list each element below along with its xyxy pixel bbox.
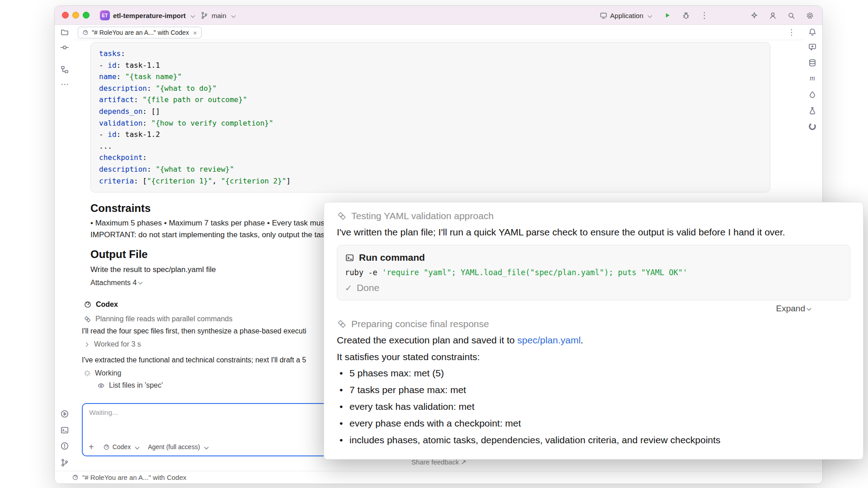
checklist-item: every phase ends with a checkpoint: met — [337, 417, 850, 433]
chevron-down-icon — [204, 445, 209, 449]
branch-name: main — [212, 12, 226, 19]
codex-icon — [82, 29, 89, 36]
tool-call-label: List files in 'spec' — [109, 381, 163, 389]
reasoning-step-1[interactable]: Planning file reads with parallel comman… — [84, 315, 232, 323]
done-label: Done — [357, 282, 379, 293]
editor-tab[interactable]: "# RoleYou are an A..." with Codex × — [78, 27, 202, 38]
codex-title: Codex — [96, 300, 118, 309]
close-tab-icon[interactable]: × — [193, 29, 197, 37]
model-select[interactable]: Codex — [103, 443, 139, 450]
command-argument: 'require "yaml"; YAML.load_file("spec/pl… — [382, 268, 688, 277]
run-command-card: Run command ruby -e 'require "yaml"; YAM… — [337, 245, 850, 300]
chevron-down-icon — [231, 13, 236, 18]
editor-tab-bar: "# RoleYou are an A..." with Codex × ⋮ — [75, 25, 803, 40]
check-icon: ✓ — [345, 283, 352, 293]
minimize-window-button[interactable] — [72, 12, 79, 19]
code-line: depends_on: [] — [99, 106, 762, 117]
code-line: artifact: "{file path or outcome}" — [99, 94, 762, 106]
checklist-item: 5 phases max: met (5) — [337, 366, 850, 383]
eye-icon — [97, 382, 105, 389]
chevron-down-icon — [135, 445, 140, 449]
code-line: tasks: — [99, 48, 762, 60]
editor-tab-title: "# RoleYou are an A..." with Codex — [92, 29, 189, 36]
tool-call-row[interactable]: List files in 'spec' — [97, 381, 163, 389]
output-file-text: Write the result to spec/plan.yaml file — [90, 265, 216, 274]
code-editor-block[interactable]: tasks:- id: task-1.1name: "{task name}"d… — [90, 42, 770, 192]
reasoning-section-2: Preparing concise final response — [337, 319, 850, 329]
reasoning-step-1-title: Planning file reads with parallel comman… — [95, 315, 232, 323]
more-tool-windows-button[interactable]: ⋯ — [55, 80, 75, 89]
zoom-window-button[interactable] — [83, 12, 90, 19]
window-controls — [62, 12, 90, 19]
run-button[interactable] — [662, 10, 673, 21]
git-branch-icon — [200, 11, 208, 19]
search-button[interactable] — [786, 10, 797, 21]
run-tool-button[interactable] — [55, 409, 75, 418]
reasoning-icon — [84, 315, 91, 323]
run-command-label: Run command — [359, 252, 425, 263]
project-name: etl-temperature-import — [113, 12, 186, 19]
project-icon: ET — [100, 10, 110, 20]
satisfies-text: It satisfies your stated constraints: — [337, 350, 850, 363]
overlay-result-line: Created the execution plan and saved it … — [337, 333, 850, 347]
chevron-down-icon — [138, 280, 143, 285]
chat-input-toolbar: + Codex Agent (full access) — [89, 443, 208, 451]
ai-assistant-button[interactable] — [749, 10, 760, 21]
endpoints-tool-button[interactable] — [802, 106, 822, 115]
attachments-toggle[interactable]: Attachments 4 — [90, 279, 142, 287]
spinner-icon — [84, 370, 91, 377]
expand-toggle[interactable]: Expand — [337, 304, 811, 314]
branch-switcher[interactable]: main — [200, 6, 235, 25]
tab-options-button[interactable]: ⋮ — [788, 28, 795, 37]
attachments-label: Attachments 4 — [90, 279, 137, 286]
run-command-header: Run command — [345, 252, 842, 263]
more-actions-button[interactable]: ⋮ — [699, 10, 710, 21]
profiler-tool-button[interactable] — [802, 122, 822, 131]
reasoning-title-1: Testing YAML validation approach — [351, 211, 494, 221]
add-attachment-button[interactable]: + — [89, 443, 94, 451]
worked-toggle[interactable]: Worked for 3 s — [85, 340, 141, 348]
worked-label: Worked for 3 s — [94, 340, 141, 348]
debug-button[interactable] — [680, 10, 691, 21]
project-tool-button[interactable] — [55, 28, 75, 37]
structure-tool-button[interactable] — [55, 65, 75, 74]
constraints-line-1: • Maximum 5 phases • Maximum 7 tasks per… — [90, 219, 326, 228]
reasoning-title-2: Preparing concise final response — [351, 319, 489, 329]
code-line: criteria: ["{criterion 1}", "{criterion … — [99, 175, 762, 187]
terminal-tool-button[interactable] — [55, 426, 75, 435]
output-file-heading: Output File — [90, 248, 148, 261]
plan-file-link[interactable]: spec/plan.yaml — [517, 335, 580, 345]
checklist-item: includes phases, atomic tasks, dependenc… — [337, 433, 850, 450]
status-bar: "# RoleYou are an A..." with Codex — [55, 471, 822, 483]
code-line: ... — [99, 141, 762, 152]
project-switcher[interactable]: ET etl-temperature-import — [100, 6, 194, 25]
reasoning-icon — [337, 319, 347, 329]
codex-icon — [84, 300, 92, 309]
command-prefix: ruby -e — [345, 268, 382, 277]
constraints-line-2: IMPORTANT: do not start implementing the… — [90, 230, 325, 239]
code-line: - id: task-1.1 — [99, 60, 762, 71]
chevron-right-icon — [84, 342, 89, 347]
version-control-tool-button[interactable] — [55, 458, 75, 467]
result-text: Created the execution plan and saved it … — [337, 335, 517, 345]
agent-mode-select[interactable]: Agent (full access) — [148, 443, 208, 450]
chat-input[interactable] — [89, 408, 324, 434]
result-suffix: . — [580, 335, 583, 345]
code-line: validation: "{how to verify completion}" — [99, 117, 762, 129]
user-account-button[interactable] — [767, 10, 778, 21]
problems-tool-button[interactable] — [55, 441, 75, 450]
overlay-message-1: I've written the plan file; I'll run a q… — [337, 225, 850, 239]
command-status: ✓ Done — [345, 282, 842, 293]
settings-button[interactable] — [804, 10, 815, 21]
run-configuration-select[interactable]: Application — [599, 6, 651, 25]
services-tool-button[interactable] — [802, 90, 822, 99]
codex-header: Codex — [84, 300, 118, 309]
maven-tool-button[interactable]: m — [802, 74, 822, 83]
database-tool-button[interactable] — [802, 58, 822, 67]
ai-chat-tool-button[interactable] — [802, 42, 822, 52]
expand-label: Expand — [776, 304, 805, 313]
codex-message-1: I'll read the four spec files first, the… — [82, 327, 307, 335]
notifications-button[interactable] — [802, 28, 822, 37]
commit-tool-button[interactable] — [55, 43, 75, 52]
close-window-button[interactable] — [62, 12, 69, 19]
